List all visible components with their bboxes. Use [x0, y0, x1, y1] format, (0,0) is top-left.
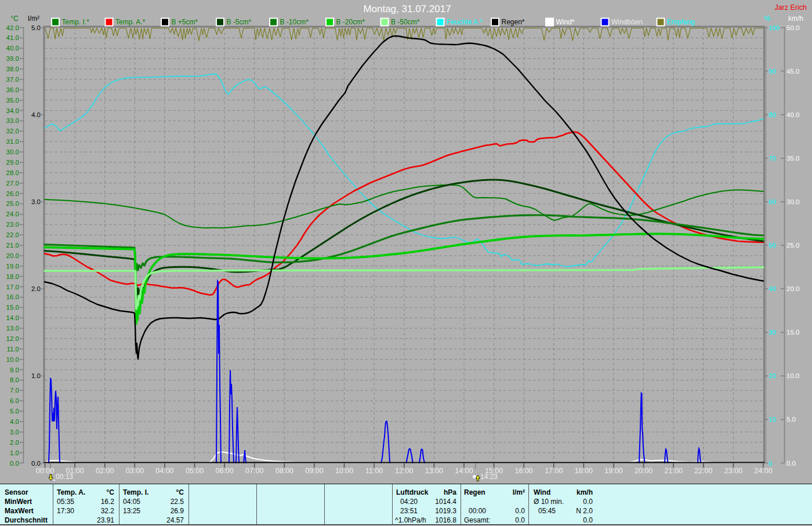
- svg-text:22.0: 22.0: [6, 231, 19, 238]
- svg-text:28.0: 28.0: [6, 169, 19, 176]
- svg-text:29.0: 29.0: [6, 159, 19, 166]
- svg-text:13:00: 13:00: [425, 467, 443, 475]
- svg-text:17.0: 17.0: [6, 284, 19, 291]
- svg-text:11.0: 11.0: [6, 346, 19, 353]
- svg-text:4.0: 4.0: [31, 111, 41, 118]
- svg-text:14:00: 14:00: [455, 467, 473, 475]
- svg-text:34.0: 34.0: [6, 107, 19, 114]
- svg-text:21.0: 21.0: [6, 242, 19, 249]
- svg-text:25.0: 25.0: [6, 200, 19, 207]
- svg-text:0.0: 0.0: [10, 460, 19, 467]
- svg-text:50: 50: [768, 242, 776, 249]
- svg-text:26.0: 26.0: [6, 190, 19, 197]
- svg-text:4.0: 4.0: [10, 418, 19, 425]
- svg-text:03:00: 03:00: [126, 467, 144, 475]
- svg-text:15.0: 15.0: [6, 304, 19, 311]
- svg-text:00:13: 00:13: [56, 473, 73, 481]
- svg-text:2.0: 2.0: [31, 285, 41, 292]
- svg-text:9.0: 9.0: [10, 367, 19, 373]
- svg-text:09:00: 09:00: [305, 467, 323, 475]
- svg-text:1.0: 1.0: [10, 449, 19, 456]
- svg-text:15.0: 15.0: [786, 329, 799, 336]
- svg-text:13.0: 13.0: [6, 325, 19, 332]
- svg-text:20: 20: [768, 372, 776, 379]
- svg-text:14.0: 14.0: [6, 314, 19, 321]
- svg-text:10.0: 10.0: [6, 356, 19, 363]
- svg-text:27.0: 27.0: [6, 180, 19, 187]
- svg-text:Feuchte A.*: Feuchte A.*: [447, 18, 483, 26]
- svg-text:35.0: 35.0: [786, 155, 799, 162]
- svg-text:B -50cm*: B -50cm*: [391, 18, 420, 26]
- svg-text:14:23: 14:23: [480, 473, 498, 481]
- svg-text:06:00: 06:00: [215, 467, 233, 475]
- svg-text:%: %: [764, 14, 771, 23]
- svg-text:42.0: 42.0: [6, 24, 19, 31]
- svg-text:Montag, 31.07.2017: Montag, 31.07.2017: [363, 3, 451, 14]
- svg-text:16.0: 16.0: [6, 293, 19, 300]
- svg-text:25.0: 25.0: [786, 242, 799, 249]
- svg-text:7.0: 7.0: [10, 387, 19, 394]
- svg-text:24:00: 24:00: [754, 467, 772, 475]
- svg-text:24.0: 24.0: [6, 211, 19, 217]
- svg-text:5.0: 5.0: [786, 416, 796, 423]
- svg-text:Empfang: Empfang: [667, 18, 695, 26]
- svg-text:8.0: 8.0: [10, 376, 19, 383]
- svg-text:21:00: 21:00: [665, 467, 683, 475]
- svg-text:02:00: 02:00: [96, 467, 114, 475]
- svg-text:80: 80: [768, 111, 776, 118]
- svg-text:05:00: 05:00: [186, 467, 204, 475]
- svg-text:30: 30: [768, 329, 776, 336]
- svg-text:04:00: 04:00: [155, 467, 173, 475]
- svg-text:18:00: 18:00: [575, 467, 593, 475]
- svg-text:6.0: 6.0: [10, 397, 19, 404]
- svg-text:B -5cm*: B -5cm*: [227, 18, 252, 26]
- svg-text:l/m²: l/m²: [28, 14, 39, 23]
- svg-text:3.0: 3.0: [10, 429, 19, 436]
- svg-text:23.0: 23.0: [6, 221, 19, 228]
- svg-text:19.0: 19.0: [6, 263, 19, 270]
- svg-text:33.0: 33.0: [6, 117, 19, 124]
- svg-text:23:00: 23:00: [724, 467, 742, 475]
- svg-text:35.0: 35.0: [6, 97, 19, 104]
- svg-text:Temp. A.*: Temp. A.*: [115, 18, 146, 26]
- svg-text:11:00: 11:00: [365, 467, 383, 475]
- svg-text:16:00: 16:00: [515, 467, 533, 475]
- svg-text:10: 10: [768, 416, 776, 423]
- svg-text:38.0: 38.0: [6, 66, 19, 72]
- svg-text:12.0: 12.0: [6, 335, 19, 342]
- svg-text:Windböen: Windböen: [611, 18, 643, 26]
- svg-text:70: 70: [768, 155, 776, 162]
- svg-text:90: 90: [768, 68, 776, 75]
- svg-text:19:00: 19:00: [604, 467, 622, 475]
- svg-text:°C: °C: [10, 14, 19, 23]
- svg-text:5.0: 5.0: [31, 24, 41, 31]
- svg-text:20:00: 20:00: [635, 467, 652, 475]
- svg-text:31.0: 31.0: [6, 138, 19, 145]
- svg-text:0.0: 0.0: [786, 460, 796, 467]
- svg-text:0.0: 0.0: [31, 460, 41, 467]
- svg-text:41.0: 41.0: [6, 34, 19, 41]
- svg-text:22:00: 22:00: [694, 467, 712, 475]
- svg-text:1.0: 1.0: [31, 372, 41, 379]
- svg-text:40.0: 40.0: [6, 45, 19, 52]
- svg-text:20.0: 20.0: [786, 285, 799, 292]
- svg-text:Wind*: Wind*: [556, 18, 575, 26]
- svg-text:12:00: 12:00: [395, 467, 413, 475]
- svg-text:60: 60: [768, 198, 776, 205]
- svg-text:37.0: 37.0: [6, 76, 19, 83]
- svg-text:Jarz Erich: Jarz Erich: [774, 3, 807, 12]
- svg-text:30.0: 30.0: [786, 198, 799, 205]
- svg-text:39.0: 39.0: [6, 55, 19, 62]
- svg-text:10:00: 10:00: [335, 467, 353, 475]
- svg-text:20.0: 20.0: [6, 252, 19, 259]
- svg-text:18.0: 18.0: [6, 273, 19, 280]
- svg-text:32.0: 32.0: [6, 128, 19, 135]
- svg-text:5.0: 5.0: [10, 408, 19, 415]
- svg-text:B -10cm*: B -10cm*: [280, 18, 309, 26]
- svg-text:100: 100: [768, 24, 780, 31]
- svg-text:40: 40: [768, 285, 776, 292]
- svg-text:30.0: 30.0: [6, 148, 19, 155]
- svg-text:36.0: 36.0: [6, 86, 19, 93]
- svg-text:10.0: 10.0: [786, 372, 799, 379]
- svg-text:17:00: 17:00: [545, 467, 563, 475]
